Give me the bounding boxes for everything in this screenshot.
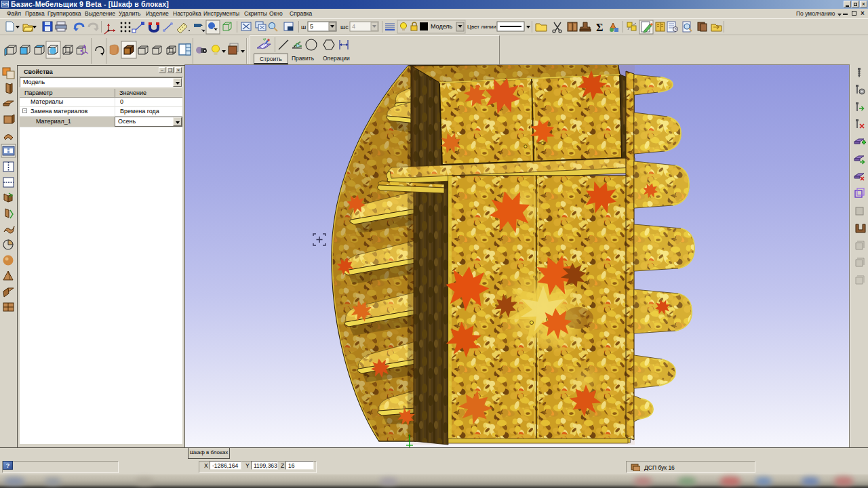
svg-text:Модель: Модель [431,23,453,30]
svg-text:ш: ш [301,24,306,30]
svg-text:Цвет линии: Цвет линии [467,24,496,30]
svg-text:4: 4 [352,23,355,30]
svg-text:5: 5 [310,23,313,30]
svg-text:шс: шс [340,24,349,30]
svg-text:Σ: Σ [596,22,603,33]
